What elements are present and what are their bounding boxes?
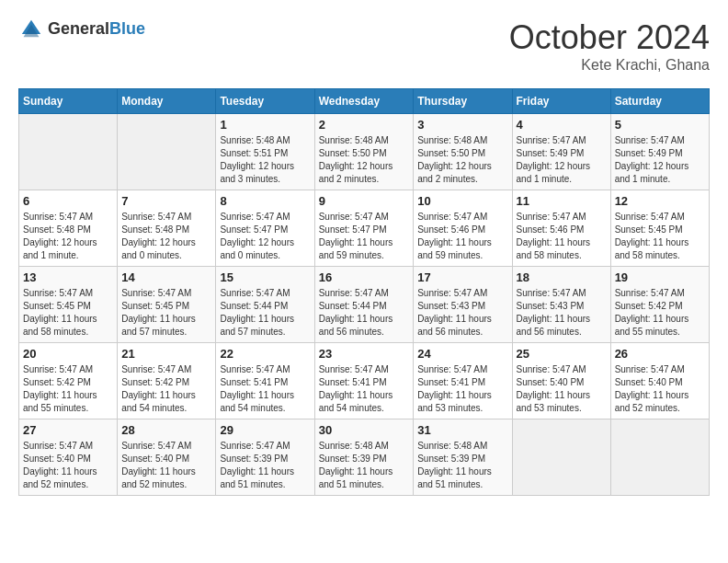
day-number: 12 — [615, 194, 705, 208]
calendar-week-row: 27Sunrise: 5:47 AMSunset: 5:40 PMDayligh… — [19, 419, 710, 496]
calendar-cell: 1Sunrise: 5:48 AMSunset: 5:51 PMDaylight… — [216, 114, 314, 190]
calendar-cell: 22Sunrise: 5:47 AMSunset: 5:41 PMDayligh… — [216, 343, 314, 419]
day-number: 16 — [319, 270, 410, 284]
day-info: Sunrise: 5:47 AMSunset: 5:41 PMDaylight:… — [319, 363, 410, 415]
calendar-cell: 8Sunrise: 5:47 AMSunset: 5:47 PMDaylight… — [216, 190, 314, 267]
day-number: 20 — [23, 347, 113, 361]
calendar-cell: 15Sunrise: 5:47 AMSunset: 5:44 PMDayligh… — [216, 267, 314, 343]
calendar-cell — [118, 114, 216, 190]
day-info: Sunrise: 5:47 AMSunset: 5:43 PMDaylight:… — [417, 287, 507, 339]
day-info: Sunrise: 5:48 AMSunset: 5:39 PMDaylight:… — [417, 440, 507, 491]
calendar-cell: 12Sunrise: 5:47 AMSunset: 5:45 PMDayligh… — [610, 190, 709, 267]
day-number: 11 — [517, 194, 607, 208]
day-info: Sunrise: 5:47 AMSunset: 5:42 PMDaylight:… — [121, 363, 211, 415]
day-number: 23 — [319, 347, 410, 361]
calendar-week-row: 6Sunrise: 5:47 AMSunset: 5:48 PMDaylight… — [19, 190, 710, 267]
day-number: 18 — [517, 270, 607, 284]
calendar-cell: 14Sunrise: 5:47 AMSunset: 5:45 PMDayligh… — [118, 267, 216, 343]
day-info: Sunrise: 5:47 AMSunset: 5:48 PMDaylight:… — [121, 211, 211, 262]
calendar-cell: 17Sunrise: 5:47 AMSunset: 5:43 PMDayligh… — [414, 267, 512, 343]
day-number: 9 — [319, 194, 410, 208]
calendar-cell: 9Sunrise: 5:47 AMSunset: 5:47 PMDaylight… — [314, 190, 414, 267]
calendar-cell: 24Sunrise: 5:47 AMSunset: 5:41 PMDayligh… — [414, 343, 512, 419]
day-number: 22 — [220, 347, 310, 361]
day-number: 15 — [220, 270, 310, 284]
calendar-cell: 18Sunrise: 5:47 AMSunset: 5:43 PMDayligh… — [512, 267, 610, 343]
day-info: Sunrise: 5:47 AMSunset: 5:46 PMDaylight:… — [517, 211, 607, 262]
day-info: Sunrise: 5:47 AMSunset: 5:49 PMDaylight:… — [517, 134, 607, 186]
column-header-thursday: Thursday — [414, 89, 512, 114]
calendar-cell: 31Sunrise: 5:48 AMSunset: 5:39 PMDayligh… — [414, 419, 512, 496]
day-info: Sunrise: 5:48 AMSunset: 5:50 PMDaylight:… — [417, 134, 507, 186]
month-title: October 2024 — [509, 18, 710, 57]
day-number: 30 — [319, 423, 410, 437]
day-info: Sunrise: 5:47 AMSunset: 5:43 PMDaylight:… — [517, 287, 607, 339]
day-number: 25 — [517, 347, 607, 361]
day-info: Sunrise: 5:47 AMSunset: 5:45 PMDaylight:… — [615, 211, 705, 262]
day-number: 5 — [615, 118, 705, 132]
calendar-cell: 3Sunrise: 5:48 AMSunset: 5:50 PMDaylight… — [414, 114, 512, 190]
day-number: 24 — [417, 347, 507, 361]
calendar-cell: 11Sunrise: 5:47 AMSunset: 5:46 PMDayligh… — [512, 190, 610, 267]
calendar-cell: 5Sunrise: 5:47 AMSunset: 5:49 PMDaylight… — [610, 114, 709, 190]
logo: GeneralBlue — [18, 18, 145, 39]
day-info: Sunrise: 5:47 AMSunset: 5:49 PMDaylight:… — [615, 134, 705, 186]
calendar-week-row: 1Sunrise: 5:48 AMSunset: 5:51 PMDaylight… — [19, 114, 710, 190]
day-number: 3 — [417, 118, 507, 132]
calendar-header-row: SundayMondayTuesdayWednesdayThursdayFrid… — [19, 89, 710, 114]
calendar-table: SundayMondayTuesdayWednesdayThursdayFrid… — [18, 88, 710, 496]
day-info: Sunrise: 5:47 AMSunset: 5:44 PMDaylight:… — [319, 287, 410, 339]
calendar-cell — [19, 114, 118, 190]
day-info: Sunrise: 5:47 AMSunset: 5:45 PMDaylight:… — [121, 287, 211, 339]
calendar-cell: 16Sunrise: 5:47 AMSunset: 5:44 PMDayligh… — [314, 267, 414, 343]
day-info: Sunrise: 5:47 AMSunset: 5:47 PMDaylight:… — [220, 211, 310, 262]
column-header-sunday: Sunday — [19, 89, 118, 114]
day-number: 21 — [121, 347, 211, 361]
calendar-cell: 19Sunrise: 5:47 AMSunset: 5:42 PMDayligh… — [610, 267, 709, 343]
page-header: GeneralBlue October 2024 Kete Krachi, Gh… — [18, 18, 710, 74]
calendar-cell: 28Sunrise: 5:47 AMSunset: 5:40 PMDayligh… — [118, 419, 216, 496]
day-number: 26 — [615, 347, 705, 361]
day-number: 10 — [417, 194, 507, 208]
day-info: Sunrise: 5:48 AMSunset: 5:50 PMDaylight:… — [319, 134, 410, 186]
day-number: 14 — [121, 270, 211, 284]
day-number: 6 — [23, 194, 113, 208]
calendar-cell: 7Sunrise: 5:47 AMSunset: 5:48 PMDaylight… — [118, 190, 216, 267]
calendar-cell: 4Sunrise: 5:47 AMSunset: 5:49 PMDaylight… — [512, 114, 610, 190]
day-info: Sunrise: 5:47 AMSunset: 5:47 PMDaylight:… — [319, 211, 410, 262]
day-info: Sunrise: 5:48 AMSunset: 5:39 PMDaylight:… — [319, 440, 410, 491]
calendar-cell: 23Sunrise: 5:47 AMSunset: 5:41 PMDayligh… — [314, 343, 414, 419]
day-info: Sunrise: 5:47 AMSunset: 5:42 PMDaylight:… — [23, 363, 113, 415]
day-info: Sunrise: 5:47 AMSunset: 5:40 PMDaylight:… — [121, 440, 211, 491]
day-number: 13 — [23, 270, 113, 284]
calendar-cell: 26Sunrise: 5:47 AMSunset: 5:40 PMDayligh… — [610, 343, 709, 419]
day-info: Sunrise: 5:47 AMSunset: 5:46 PMDaylight:… — [417, 211, 507, 262]
column-header-friday: Friday — [512, 89, 610, 114]
calendar-cell — [610, 419, 709, 496]
logo-icon — [18, 18, 44, 39]
day-number: 8 — [220, 194, 310, 208]
calendar-cell: 30Sunrise: 5:48 AMSunset: 5:39 PMDayligh… — [314, 419, 414, 496]
day-number: 27 — [23, 423, 113, 437]
day-number: 2 — [319, 118, 410, 132]
day-number: 28 — [121, 423, 211, 437]
day-info: Sunrise: 5:47 AMSunset: 5:39 PMDaylight:… — [220, 440, 310, 491]
day-info: Sunrise: 5:47 AMSunset: 5:42 PMDaylight:… — [615, 287, 705, 339]
day-info: Sunrise: 5:47 AMSunset: 5:40 PMDaylight:… — [23, 440, 113, 491]
day-number: 17 — [417, 270, 507, 284]
calendar-week-row: 20Sunrise: 5:47 AMSunset: 5:42 PMDayligh… — [19, 343, 710, 419]
calendar-cell: 6Sunrise: 5:47 AMSunset: 5:48 PMDaylight… — [19, 190, 118, 267]
day-number: 1 — [220, 118, 310, 132]
calendar-cell: 10Sunrise: 5:47 AMSunset: 5:46 PMDayligh… — [414, 190, 512, 267]
calendar-week-row: 13Sunrise: 5:47 AMSunset: 5:45 PMDayligh… — [19, 267, 710, 343]
day-info: Sunrise: 5:47 AMSunset: 5:41 PMDaylight:… — [417, 363, 507, 415]
day-info: Sunrise: 5:47 AMSunset: 5:44 PMDaylight:… — [220, 287, 310, 339]
day-info: Sunrise: 5:47 AMSunset: 5:40 PMDaylight:… — [517, 363, 607, 415]
calendar-cell: 21Sunrise: 5:47 AMSunset: 5:42 PMDayligh… — [118, 343, 216, 419]
calendar-cell — [512, 419, 610, 496]
day-number: 29 — [220, 423, 310, 437]
column-header-tuesday: Tuesday — [216, 89, 314, 114]
calendar-cell: 29Sunrise: 5:47 AMSunset: 5:39 PMDayligh… — [216, 419, 314, 496]
day-number: 4 — [517, 118, 607, 132]
location-title: Kete Krachi, Ghana — [509, 57, 710, 74]
